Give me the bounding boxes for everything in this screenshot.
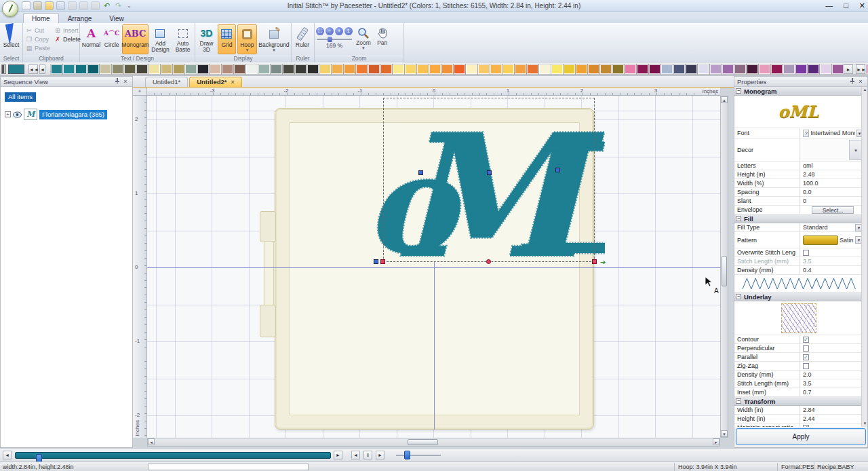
tab-view[interactable]: View [100, 13, 133, 23]
palette-swatch[interactable] [124, 64, 136, 74]
palette-swatch[interactable] [222, 64, 233, 74]
minimize-button[interactable]: — [825, 1, 833, 10]
transform-height-value[interactable]: 2.44 [800, 415, 863, 423]
width-value[interactable]: 100.0 [800, 179, 863, 187]
hscroll-thumb[interactable] [408, 439, 438, 445]
palette-swatch[interactable] [87, 64, 99, 74]
expand-icon[interactable]: + [5, 111, 11, 117]
spacing-value[interactable]: 0.0 [800, 188, 863, 196]
palette-swatch[interactable] [173, 64, 184, 74]
pin-icon[interactable] [113, 77, 121, 86]
palette-swatch[interactable] [502, 64, 514, 74]
zoom-slider[interactable] [317, 37, 352, 42]
underlay-stitch-length-value[interactable]: 3.5 [800, 379, 863, 388]
sequence-item-label[interactable]: FloriancNiagara (385) [39, 110, 107, 119]
palette-swatch[interactable] [771, 64, 783, 74]
props-scroll-down-icon[interactable]: ▼ [862, 421, 868, 427]
circle-text-button[interactable]: A⌒C Circle [102, 24, 121, 54]
palette-swatch[interactable] [332, 64, 343, 74]
node-handle-3[interactable] [555, 168, 560, 172]
palette-swatch[interactable] [356, 64, 368, 74]
zoom-in-icon[interactable]: + [335, 27, 343, 35]
palette-swatch[interactable] [51, 64, 62, 74]
collapse-icon[interactable]: − [736, 398, 741, 404]
palette-swatch[interactable] [795, 64, 807, 74]
add-design-button[interactable]: Add Design [150, 24, 171, 54]
sim-step-forward-icon[interactable]: ► [334, 451, 342, 459]
vertical-scrollbar[interactable]: ▲ ▼ [720, 96, 728, 438]
maximize-button[interactable]: □ [844, 1, 848, 10]
scroll-left-icon[interactable]: ◄ [148, 438, 155, 445]
maintain-aspect-checkbox[interactable]: ✓ [803, 425, 809, 428]
collapse-icon[interactable]: − [736, 294, 741, 299]
palette-prev-button[interactable]: ◄ [39, 64, 45, 74]
palette-swatch[interactable] [686, 64, 697, 74]
palette-swatch[interactable] [258, 64, 270, 74]
palette-grid-button[interactable] [1, 64, 6, 74]
sim-step-back-icon[interactable]: ◄ [3, 451, 12, 459]
sim-play-back-icon[interactable]: ◄ [351, 451, 360, 459]
zigzag-checkbox[interactable] [803, 363, 809, 369]
palette-swatch[interactable] [149, 64, 160, 74]
close-button[interactable]: ✕ [859, 1, 865, 10]
sim-speed-thumb[interactable] [404, 451, 410, 459]
fill-type-value[interactable]: Standard [803, 224, 828, 231]
auto-baste-button[interactable]: Auto Baste [172, 24, 193, 54]
palette-swatch[interactable] [161, 64, 172, 74]
sim-pause-icon[interactable]: ‖ [363, 451, 372, 459]
selection-handle-bl[interactable] [380, 259, 385, 264]
delete-button[interactable]: ✗Delete [53, 35, 82, 43]
palette-swatch[interactable] [515, 64, 526, 74]
palette-swatch[interactable] [551, 64, 563, 74]
palette-swatch[interactable] [600, 64, 612, 74]
palette-swatch[interactable] [759, 64, 770, 74]
paste-button[interactable]: ▤Paste [24, 44, 52, 52]
palette-swatch[interactable] [527, 64, 538, 74]
palette-swatch[interactable] [319, 64, 331, 74]
palette-swatch[interactable] [478, 64, 490, 74]
pattern-value[interactable]: Satin [840, 237, 854, 244]
palette-swatch[interactable] [454, 64, 465, 74]
draw-3d-button[interactable]: 3D Draw 3D [197, 24, 216, 54]
ruler-button[interactable]: Ruler [293, 24, 312, 54]
underlay-density-value[interactable]: 2.0 [800, 371, 863, 379]
apply-button[interactable]: Apply [736, 428, 866, 445]
palette-swatch[interactable] [100, 64, 111, 74]
section-underlay[interactable]: − Underlay [734, 293, 863, 301]
palette-swatch[interactable] [246, 64, 258, 74]
close-tab-icon[interactable]: × [231, 79, 235, 86]
palette-swatch[interactable] [185, 64, 197, 74]
grid-button[interactable]: Grid [218, 24, 236, 54]
contour-checkbox[interactable]: ✓ [803, 337, 809, 343]
palette-swatch[interactable] [136, 64, 148, 74]
palette-swatch[interactable] [564, 64, 575, 74]
zoom-width-icon[interactable]: − [326, 27, 334, 35]
palette-swatch[interactable] [441, 64, 453, 74]
background-button[interactable]: Background ▾ [258, 24, 290, 54]
palette-swatch[interactable] [722, 64, 734, 74]
hoop-button[interactable]: Hoop ▾ [237, 24, 257, 54]
zoom-actual-icon[interactable]: 1 [344, 27, 353, 35]
select-button[interactable]: Select [1, 24, 21, 54]
scroll-right-icon[interactable]: ► [713, 438, 719, 445]
selection-handle-bc[interactable] [486, 259, 491, 264]
props-scroll-up-icon[interactable]: ▲ [862, 87, 868, 93]
section-fill[interactable]: − Fill [734, 214, 863, 223]
node-handle-1[interactable] [418, 170, 423, 175]
palette-swatch[interactable] [393, 64, 404, 74]
envelope-select-button[interactable]: Select... [812, 206, 854, 214]
palette-swatch[interactable] [576, 64, 587, 74]
node-handle-2[interactable] [487, 170, 492, 175]
selection-handle-br[interactable] [592, 259, 597, 264]
letters-value[interactable]: oml [800, 162, 863, 170]
palette-swatch[interactable] [832, 64, 844, 74]
stitch-progress-track[interactable] [15, 452, 331, 459]
palette-swatch[interactable] [625, 64, 636, 74]
palette-swatch[interactable] [698, 64, 709, 74]
perpendicular-checkbox[interactable] [803, 345, 809, 352]
collapse-icon[interactable]: − [736, 216, 741, 221]
all-items-label[interactable]: All items [5, 92, 36, 102]
section-transform[interactable]: − Transform [734, 397, 863, 406]
palette-swatch[interactable] [344, 64, 355, 74]
palette-swatch[interactable] [368, 64, 380, 74]
